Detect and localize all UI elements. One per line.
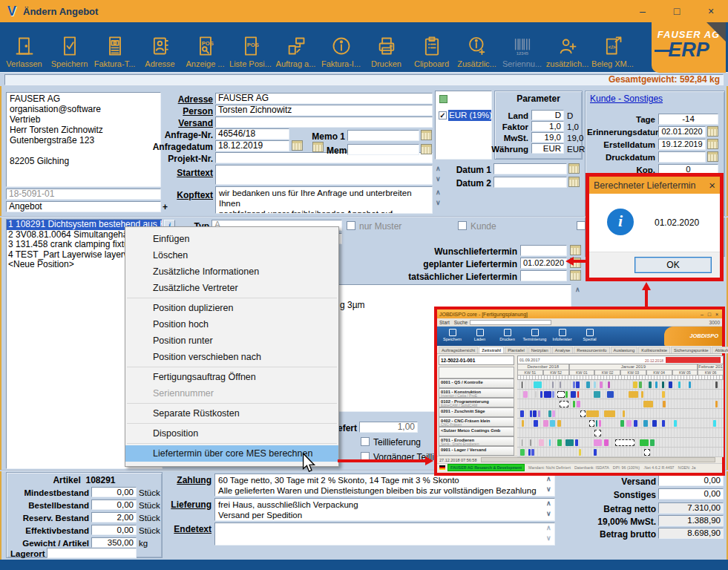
datum1-field[interactable] [493,163,567,174]
wunschliefertermin-calendar-icon[interactable] [570,245,581,255]
memo2-field[interactable] [347,144,419,155]
memo2-calendar-icon[interactable] [421,144,432,154]
lieferung-scroll-down-icon[interactable]: ∨ [546,511,551,517]
erstelldatum-field[interactable]: 19.12.2019 [658,139,706,150]
memo1-calendar-icon[interactable] [421,130,432,140]
waehrung-field[interactable]: EUR [531,143,564,154]
menu-item-zusätzliche-informationen[interactable]: Zusätzliche Informationen [125,263,338,280]
menu-item-fertigungsauftrag-öffnen[interactable]: Fertigungsauftrag Öffnen [125,369,338,385]
label-versand[interactable]: Versand [142,118,213,128]
tage-field[interactable]: -14 [658,114,718,125]
mwst-field[interactable]: 19,0 [531,132,564,142]
toolbar-button-speichern[interactable]: Speichern [47,23,92,71]
toolbar-button-drucken[interactable]: Drucken [364,23,409,71]
geplanter-liefertermin-field[interactable]: 01.02.2020 [520,258,567,269]
tatsaechlicher-liefertermin-calendar-icon[interactable] [570,270,581,281]
menu-item-seriennummer[interactable]: Seriennummer [125,385,338,402]
adresse-field[interactable]: FAUSER AG [215,93,433,104]
druckdatum-field[interactable] [658,151,706,163]
close-button[interactable]: × [694,0,728,22]
memo-calendar-icon[interactable] [312,142,324,152]
customer-address-box[interactable]: FAUSER AG organisation@software Vertrieb… [6,92,161,187]
geliefert-field[interactable]: 1,00 [359,422,418,433]
label-endetext[interactable]: Endetext [171,524,211,534]
anfrage-nr-field[interactable]: 46546/18 [215,128,289,140]
menu-item-position-runter[interactable]: Position runter [125,332,338,349]
menu-item-position-hoch[interactable]: Position hoch [125,316,338,332]
menu-item-position-duplizieren[interactable]: Position duplizieren [125,300,338,316]
lagerort-field[interactable] [47,548,137,558]
label-kopftext[interactable]: Kopftext [142,190,213,200]
kopftext-scroll-down-icon[interactable]: ∨ [436,200,441,206]
label-adresse[interactable]: Adresse [142,94,213,105]
erinnerungsdatum-field[interactable]: 02.01.2020 [658,126,706,137]
kopftext-area[interactable]: wir bedanken uns für Ihre Anfrage und un… [215,186,433,214]
datum2-field[interactable] [493,177,567,188]
versand-total-field[interactable]: 0,00 [658,475,724,486]
nur-muster-checkbox[interactable] [347,221,355,230]
toolbar-button-beleg-xm[interactable]: </>Beleg XM... [590,23,635,71]
label-starttext[interactable]: Starttext [142,168,213,178]
document-number-field[interactable]: 18-5091-01 [6,189,161,200]
starttext-area[interactable] [215,165,433,185]
currency-checkbox[interactable]: ✓ [439,111,447,119]
document-type-field[interactable]: Angebot [6,201,161,212]
zahlung-scroll-up-icon[interactable]: ∧ [546,476,551,482]
menu-item-separate-rüstkosten[interactable]: Separate Rüstkosten [125,405,338,422]
lieferung-area[interactable]: frei Haus, ausschließlich Verpackung Ver… [214,498,555,521]
anfragedatum-calendar-icon[interactable] [292,140,303,151]
zahlung-area[interactable]: 60 Tage netto, 30 Tage mit 2 % Skonto, 1… [214,474,555,497]
zahlung-scroll-down-icon[interactable]: ∨ [546,486,551,493]
dialog-close-icon[interactable]: × [709,180,715,191]
kopftext-scroll-up-icon[interactable]: ∧ [436,189,441,196]
label-person[interactable]: Person [142,106,213,117]
toolbar-button-adresse[interactable]: Adresse [137,23,183,71]
label-zahlung[interactable]: Zahlung [171,475,211,485]
planner-gantt-bar [533,410,537,417]
toolbar-button-anzeige[interactable]: POSAnzeige ... [183,23,228,71]
menu-item-zusätzliche-vertreter[interactable]: Zusätzliche Vertreter [125,280,338,296]
menu-item-einfügen[interactable]: Einfügen [125,231,338,247]
maximize-button[interactable]: □ [660,0,694,22]
toolbar-button-faktura-t[interactable]: Faktura-T... [92,23,137,71]
toolbar-button-auftrag-a[interactable]: Auftrag a... [273,23,318,71]
wunschliefertermin-field[interactable] [520,245,567,256]
kunde-checkbox[interactable] [458,221,467,230]
faktor-field[interactable]: 1,0 [531,121,564,131]
toolbar-button-liste-posi[interactable]: POSListe Posi... [228,23,273,71]
endetext-scroll-up-icon[interactable]: ∧ [546,525,551,531]
menu-item-löschen[interactable]: Löschen [125,247,338,263]
description-scroll-up-icon[interactable]: ∧ [575,286,580,293]
erstelldatum-calendar-icon[interactable] [707,139,718,149]
lieferung-scroll-up-icon[interactable]: ∧ [546,500,551,507]
starttext-scroll-up-icon[interactable]: ∧ [436,166,441,172]
label-lieferung[interactable]: Lieferung [171,499,211,510]
toolbar-button-zusätzlich[interactable]: zusätzlich... [545,23,590,71]
endetext-scroll-down-icon[interactable]: ∨ [546,535,551,542]
kunde-sonstiges-link[interactable]: Kunde - Sonstiges [590,94,663,104]
ok-button[interactable]: OK [634,257,712,273]
tatsaechlicher-liefertermin-field[interactable] [520,270,567,281]
sonstiges-total-field[interactable]: 0,00 [658,488,724,499]
toolbar-button-zusätzlic[interactable]: Zusätzlic... [454,23,499,71]
person-field[interactable]: Torsten Zichnowitz [215,105,433,116]
datum1-calendar-icon[interactable] [568,163,580,174]
menu-item-disposition[interactable]: Disposition [125,425,338,442]
teillieferung-checkbox[interactable] [361,437,370,446]
toolbar-button-clipboard[interactable]: Clipboard [409,23,454,71]
menu-item-position-verschieben-nach[interactable]: Position verschieben nach [125,349,338,365]
starttext-scroll-down-icon[interactable]: ∨ [436,176,441,183]
endetext-area[interactable] [214,522,555,546]
druckdatum-calendar-icon[interactable] [707,151,718,162]
land-field[interactable]: D [531,110,564,120]
toolbar-button-verlassen[interactable]: Verlassen [1,23,47,71]
toolbar-button-seriennu[interactable]: 12345Seriennu... [499,23,545,71]
erinnerungsdatum-calendar-icon[interactable] [707,126,718,137]
memo1-field[interactable] [347,130,419,141]
minimize-button[interactable]: – [626,0,660,22]
aufschluesseln-checkbox[interactable] [577,221,586,230]
anfragedatum-field[interactable]: 18.12.2019 [215,140,289,151]
toolbar-button-faktura-i[interactable]: Faktura-I... [318,23,364,71]
versand-field[interactable] [215,117,433,128]
datum2-calendar-icon[interactable] [568,177,580,187]
